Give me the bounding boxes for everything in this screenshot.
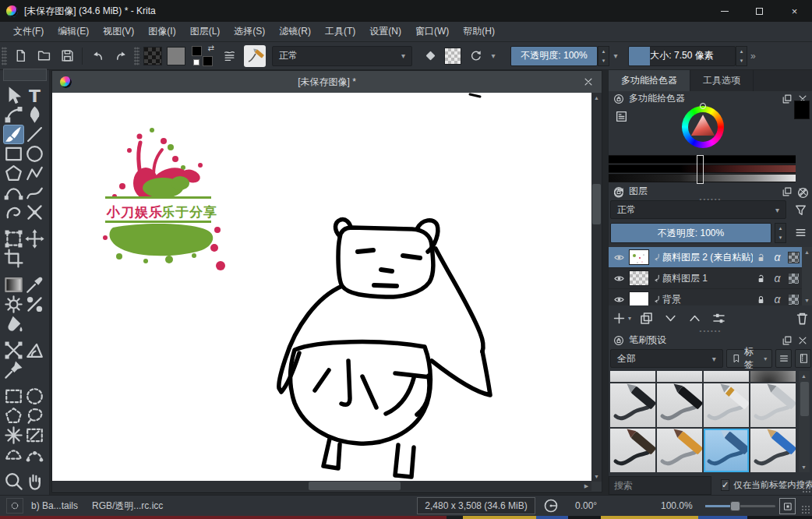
alpha-lock-toggle[interactable]: α <box>769 293 786 305</box>
edit-brush-settings-button[interactable] <box>217 45 241 67</box>
scroll-down-arrow[interactable]: ▼ <box>799 462 809 472</box>
vertical-scrollbar[interactable]: ▲ ▼ <box>591 93 602 482</box>
toolbar-overflow-button[interactable]: » <box>750 51 756 62</box>
reload-dropdown-arrow[interactable]: ▾ <box>487 51 500 60</box>
tool-polyline[interactable] <box>24 164 45 183</box>
layer-row-1[interactable]: 颜料图层 1α <box>609 268 802 289</box>
pattern-chooser[interactable] <box>167 47 185 65</box>
tool-select-magnetic[interactable] <box>24 445 45 464</box>
duplicate-layer-button[interactable] <box>639 311 654 326</box>
blend-mode-dropdown[interactable]: 正常 ▾ <box>272 46 412 66</box>
tool-select-freehand[interactable] <box>24 406 45 425</box>
horizontal-scrollbar[interactable]: ▶ <box>52 481 591 491</box>
layer-list-scrollbar[interactable]: ▲ ▼ <box>802 247 812 305</box>
layer-lock-toggle[interactable] <box>753 274 769 284</box>
menu-item-8[interactable]: 设置(N) <box>362 22 408 42</box>
layer-opacity-spinner[interactable]: ▴▾ <box>775 223 786 243</box>
zoom-level-value[interactable]: 100.0% <box>661 500 693 511</box>
float-docker-icon[interactable] <box>782 335 793 346</box>
size-spinner[interactable]: ▴▾ <box>736 46 747 66</box>
layer-thumbnail[interactable] <box>629 270 649 286</box>
move-layer-up-button[interactable] <box>687 311 702 326</box>
layer-visibility-toggle[interactable] <box>609 273 629 284</box>
tool-pan[interactable] <box>24 471 45 491</box>
menu-item-6[interactable]: 滤镜(R) <box>272 22 318 42</box>
scroll-down-arrow[interactable]: ▼ <box>802 295 812 305</box>
inherit-alpha-toggle[interactable] <box>786 252 802 263</box>
reload-preset-button[interactable] <box>464 45 487 67</box>
open-button[interactable] <box>32 45 55 67</box>
size-slider[interactable]: 大小: 7.50 像素 <box>628 46 736 66</box>
tool-select-polygonal[interactable] <box>3 406 24 425</box>
menu-item-7[interactable]: 工具(T) <box>318 22 362 42</box>
menu-item-1[interactable]: 编辑(E) <box>51 22 96 42</box>
tool-reference-images[interactable] <box>3 360 24 380</box>
preserve-alpha-button[interactable] <box>444 48 461 65</box>
layer-lock-toggle[interactable] <box>753 252 769 263</box>
window-resize-grip[interactable] <box>801 505 810 514</box>
scroll-down-arrow[interactable]: ▼ <box>591 471 602 482</box>
float-docker-icon[interactable] <box>782 94 793 104</box>
tool-select-elliptical[interactable] <box>24 387 45 406</box>
selection-display-mode-button[interactable] <box>6 498 23 514</box>
tool-select-bezier[interactable] <box>3 445 24 464</box>
layer-row-2[interactable]: 背景α <box>609 289 802 305</box>
close-button[interactable]: × <box>777 0 812 22</box>
layer-name[interactable]: 颜料图层 1 <box>662 272 753 285</box>
tool-gradient[interactable] <box>3 275 24 295</box>
toolbar-grip[interactable] <box>134 47 139 65</box>
menu-item-0[interactable]: 文件(F) <box>6 22 51 42</box>
brush-preset-button[interactable] <box>244 45 266 67</box>
brush-filter-dropdown[interactable]: 全部 ▾ <box>610 349 723 368</box>
brush-preset-airbrush-dark[interactable] <box>750 371 796 382</box>
maximize-button[interactable] <box>742 0 777 22</box>
add-layer-button[interactable] <box>612 311 627 326</box>
tool-text[interactable]: T <box>24 86 45 105</box>
color-bar-handle[interactable] <box>697 155 704 184</box>
alpha-lock-toggle[interactable]: α <box>769 272 786 284</box>
tool-calligraphy[interactable] <box>24 105 45 125</box>
brush-preset-pencil-blue[interactable] <box>750 429 796 472</box>
docker-lock-icon[interactable] <box>613 335 624 346</box>
tool-line[interactable] <box>24 125 45 144</box>
scroll-up-arrow[interactable]: ▲ <box>591 93 602 103</box>
tool-crop[interactable] <box>3 249 24 268</box>
toolbar-grip[interactable] <box>2 47 7 65</box>
layer-lock-toggle[interactable] <box>753 295 769 305</box>
add-layer-dropdown[interactable]: ▾ <box>628 315 631 322</box>
brush-display-mode-button[interactable] <box>795 349 811 368</box>
tool-freehand-brush[interactable] <box>3 125 24 144</box>
opacity-dropdown-arrow[interactable]: ▾ <box>609 51 622 60</box>
tool-transform[interactable] <box>3 229 24 249</box>
layer-opacity-slider[interactable]: 不透明度: 100% <box>610 223 771 243</box>
tool-smart-patch[interactable] <box>24 295 45 314</box>
brush-list-menu-button[interactable] <box>775 349 792 368</box>
brush-preset-ink-pen-black[interactable] <box>610 383 655 427</box>
brush-preset-eraser-dots[interactable] <box>657 371 702 382</box>
redo-button[interactable] <box>109 45 132 67</box>
layer-name[interactable]: 颜料图层 2 (来自粘贴) <box>662 251 753 264</box>
tool-zoom[interactable] <box>3 471 24 491</box>
layer-visibility-toggle[interactable] <box>609 294 629 305</box>
brush-preset-pen-silver[interactable] <box>750 383 796 427</box>
menu-item-9[interactable]: 窗口(W) <box>408 22 456 42</box>
tool-assistants[interactable] <box>3 341 24 360</box>
current-color-swatch[interactable] <box>794 101 810 119</box>
opacity-slider[interactable]: 不透明度: 100% <box>510 46 598 66</box>
menu-item-10[interactable]: 帮助(H) <box>456 22 502 42</box>
brush-preset-gel-pen-white[interactable] <box>704 383 749 427</box>
docker-lock-icon[interactable] <box>613 94 624 104</box>
foreground-background-colors[interactable]: ⇄ <box>191 45 214 67</box>
tool-bezier-curve[interactable] <box>3 183 24 203</box>
image-size-memory[interactable]: 2,480 x 3,508 (34.6 MiB) <box>417 497 535 514</box>
layer-name[interactable]: 背景 <box>662 293 753 306</box>
tool-rectangle[interactable] <box>3 144 24 164</box>
docker-tab-0[interactable]: 多功能拾色器 <box>609 70 690 91</box>
tool-polygon[interactable] <box>3 164 24 183</box>
tool-color-picker[interactable] <box>24 275 45 295</box>
layer-visibility-toggle[interactable] <box>609 252 629 263</box>
tool-ellipse[interactable] <box>24 144 45 164</box>
tool-multibrush[interactable] <box>24 203 45 222</box>
delete-layer-button[interactable] <box>795 311 810 326</box>
docker-lock-icon[interactable] <box>613 186 624 197</box>
